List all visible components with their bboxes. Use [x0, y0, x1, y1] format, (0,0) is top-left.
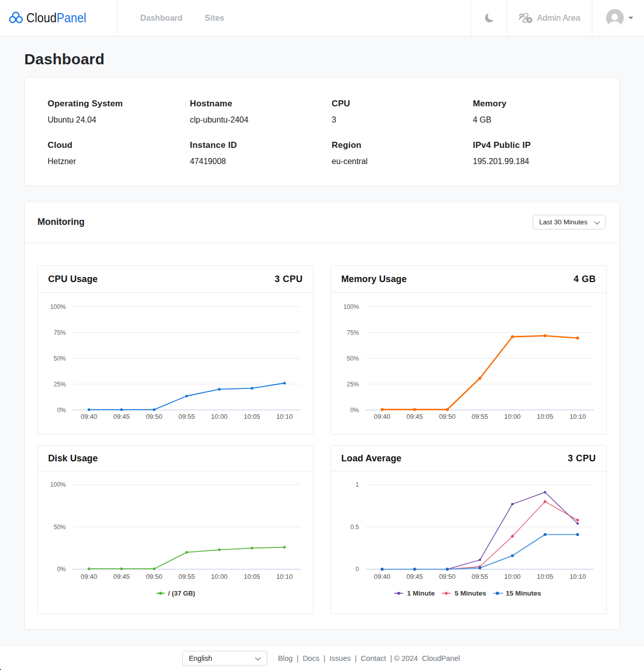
svg-text:/ (37 GB): / (37 GB) — [168, 589, 195, 597]
svg-text:09:40: 09:40 — [374, 413, 390, 420]
svg-text:10:05: 10:05 — [537, 413, 553, 420]
svg-text:09:50: 09:50 — [146, 413, 163, 420]
svg-text:0: 0 — [355, 566, 359, 573]
svg-text:0%: 0% — [57, 566, 66, 573]
svg-text:09:55: 09:55 — [472, 413, 489, 420]
svg-text:10:05: 10:05 — [537, 573, 553, 580]
svg-text:09:40: 09:40 — [374, 573, 390, 580]
svg-text:10:00: 10:00 — [211, 413, 228, 420]
svg-text:10:05: 10:05 — [244, 413, 260, 420]
svg-text:09:55: 09:55 — [179, 413, 195, 420]
svg-text:10:00: 10:00 — [504, 413, 521, 420]
svg-text:09:45: 09:45 — [113, 413, 130, 420]
svg-text:09:45: 09:45 — [407, 413, 423, 420]
svg-text:15 Minutes: 15 Minutes — [506, 589, 541, 597]
svg-text:09:50: 09:50 — [439, 413, 456, 420]
svg-text:25%: 25% — [347, 381, 359, 388]
svg-text:10:10: 10:10 — [276, 413, 293, 420]
svg-text:1 Minute: 1 Minute — [407, 589, 435, 597]
svg-text:1: 1 — [355, 481, 359, 488]
svg-text:10:10: 10:10 — [276, 573, 293, 580]
svg-text:75%: 75% — [54, 329, 66, 336]
svg-text:5 Minutes: 5 Minutes — [455, 589, 486, 597]
svg-text:09:50: 09:50 — [146, 573, 163, 580]
svg-text:09:50: 09:50 — [439, 573, 456, 580]
svg-text:100%: 100% — [50, 303, 66, 310]
svg-text:50%: 50% — [347, 355, 359, 362]
svg-text:10:00: 10:00 — [211, 573, 228, 580]
svg-text:09:55: 09:55 — [472, 573, 489, 580]
svg-text:0%: 0% — [57, 407, 66, 414]
svg-text:100%: 100% — [50, 481, 66, 488]
svg-text:10:10: 10:10 — [570, 413, 586, 420]
svg-text:0.5: 0.5 — [350, 524, 359, 531]
svg-text:50%: 50% — [54, 524, 66, 531]
svg-text:09:40: 09:40 — [80, 413, 97, 420]
svg-text:09:45: 09:45 — [113, 573, 130, 580]
svg-text:0%: 0% — [350, 407, 359, 414]
svg-text:09:55: 09:55 — [179, 573, 195, 580]
svg-text:75%: 75% — [347, 329, 359, 336]
svg-text:10:00: 10:00 — [504, 573, 521, 580]
svg-text:10:10: 10:10 — [570, 573, 586, 580]
svg-text:09:40: 09:40 — [80, 573, 97, 580]
svg-text:10:05: 10:05 — [244, 573, 260, 580]
svg-text:09:45: 09:45 — [407, 573, 423, 580]
svg-text:100%: 100% — [343, 303, 359, 310]
svg-text:50%: 50% — [54, 355, 66, 362]
svg-text:25%: 25% — [54, 381, 66, 388]
